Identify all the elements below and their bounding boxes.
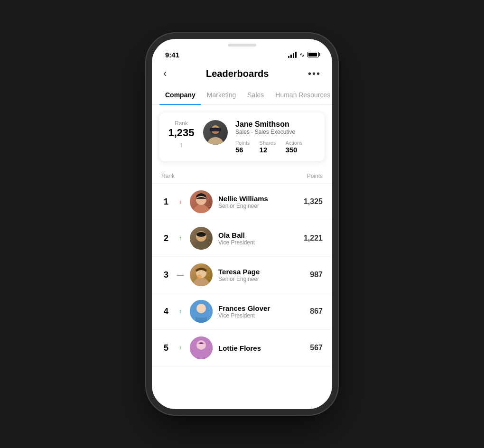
list-item[interactable]: 4 ↑ Frances Glover Vice President 867: [152, 293, 332, 330]
list-item[interactable]: 1 ↓ Nellie Williams Senior Engineer 1,32…: [152, 184, 332, 220]
avatar: [190, 336, 213, 359]
svg-rect-10: [198, 233, 204, 235]
item-points: 567: [310, 344, 323, 352]
avatar: [190, 263, 213, 286]
phone-frame: 9:41 ∿ ‹ Leaderboards ••• Company Market…: [152, 39, 332, 409]
svg-point-1: [208, 137, 223, 145]
svg-point-11: [193, 278, 210, 286]
my-title: Sales - Sales Executive: [235, 129, 317, 135]
stat-points: Points 56: [235, 140, 250, 154]
item-name: Lottie Flores: [218, 344, 304, 352]
svg-point-7: [193, 241, 210, 250]
my-avatar: [203, 120, 228, 145]
trend-neutral-icon: —: [177, 271, 184, 279]
avatar-image: [190, 300, 213, 323]
shares-value: 12: [260, 146, 276, 154]
my-avatar-image: [203, 120, 228, 145]
item-rank: 5: [161, 343, 171, 353]
item-name: Teresa Page: [218, 268, 304, 276]
avatar-image: [190, 190, 213, 213]
actions-label: Actions: [285, 140, 302, 146]
top-pill: [214, 39, 270, 52]
item-points: 1,221: [304, 234, 323, 243]
more-button[interactable]: •••: [308, 68, 321, 79]
trend-up-icon: ↑: [177, 308, 184, 315]
svg-point-13: [197, 274, 202, 279]
avatar-image: [190, 336, 213, 359]
battery-icon: [307, 52, 319, 57]
list-item[interactable]: 2 ↑ Ola Ball Vice President 1,221: [152, 220, 332, 257]
trend-down-icon: ↓: [177, 198, 184, 205]
list-item[interactable]: 3 — Teresa Page Senior Engineer 987: [152, 257, 332, 293]
back-button[interactable]: ‹: [163, 67, 167, 80]
tab-marketing[interactable]: Marketing: [201, 87, 242, 104]
item-role: Senior Engineer: [218, 276, 304, 282]
tabs-bar: Company Marketing Sales Human Resources: [152, 87, 332, 105]
shares-label: Shares: [260, 140, 276, 146]
actions-value: 350: [285, 146, 302, 154]
item-name: Frances Glover: [218, 304, 304, 312]
item-info: Nellie Williams Senior Engineer: [218, 195, 298, 209]
item-points: 1,325: [304, 197, 323, 206]
rank-column-header: Rank: [161, 173, 175, 179]
leaderboard-list: 1 ↓ Nellie Williams Senior Engineer 1,32…: [152, 184, 332, 366]
my-info: Jane Smithson Sales - Sales Executive Po…: [235, 120, 317, 154]
item-info: Frances Glover Vice President: [218, 304, 304, 319]
avatar: [190, 190, 213, 213]
status-icons: ∿: [288, 51, 319, 58]
trend-up-icon: ↑: [177, 235, 184, 242]
svg-point-15: [196, 304, 206, 313]
wifi-icon: ∿: [299, 51, 305, 58]
item-rank: 2: [161, 233, 171, 243]
trend-up-icon: ↑: [177, 345, 184, 351]
item-role: Senior Engineer: [218, 203, 298, 209]
signal-icon: [288, 51, 297, 58]
tab-sales[interactable]: Sales: [242, 87, 270, 104]
points-label: Points: [235, 140, 250, 146]
tab-hr[interactable]: Human Resources: [270, 87, 332, 104]
my-rank-card: Rank 1,235 ↑ Jane Smithson Sales - Sales…: [159, 112, 325, 161]
avatar-image: [190, 263, 213, 286]
stat-shares: Shares 12: [260, 140, 276, 154]
tab-company[interactable]: Company: [159, 87, 201, 104]
status-time: 9:41: [165, 51, 179, 59]
item-name: Ola Ball: [218, 231, 298, 239]
list-item[interactable]: 5 ↑ Lottie Flores 567: [152, 330, 332, 366]
rank-number: 1,235: [168, 127, 194, 139]
svg-point-5: [193, 205, 210, 213]
points-value: 56: [235, 146, 250, 154]
avatar: [190, 300, 213, 323]
svg-point-18: [196, 340, 206, 350]
my-stats: Points 56 Shares 12 Actions 350: [235, 140, 317, 154]
rank-trend-icon: ↑: [180, 141, 183, 149]
item-info: Ola Ball Vice President: [218, 231, 298, 246]
my-name: Jane Smithson: [235, 120, 317, 129]
svg-rect-4: [210, 128, 221, 131]
item-info: Teresa Page Senior Engineer: [218, 268, 304, 282]
avatar: [190, 227, 213, 250]
item-points: 867: [310, 307, 323, 316]
points-column-header: Points: [307, 173, 323, 179]
rank-label: Rank: [175, 120, 188, 127]
page-title: Leaderboards: [206, 68, 269, 79]
avatar-image: [190, 227, 213, 250]
item-rank: 1: [161, 197, 171, 207]
item-role: Vice President: [218, 239, 298, 246]
item-info: Lottie Flores: [218, 344, 304, 352]
my-rank-section: Rank 1,235 ↑: [167, 120, 195, 149]
stat-actions: Actions 350: [285, 140, 302, 154]
item-rank: 3: [161, 270, 171, 280]
list-header: Rank Points: [152, 169, 332, 184]
item-name: Nellie Williams: [218, 195, 298, 203]
header: ‹ Leaderboards •••: [152, 64, 332, 87]
item-points: 987: [310, 271, 323, 279]
item-rank: 4: [161, 307, 171, 317]
item-role: Vice President: [218, 312, 304, 319]
